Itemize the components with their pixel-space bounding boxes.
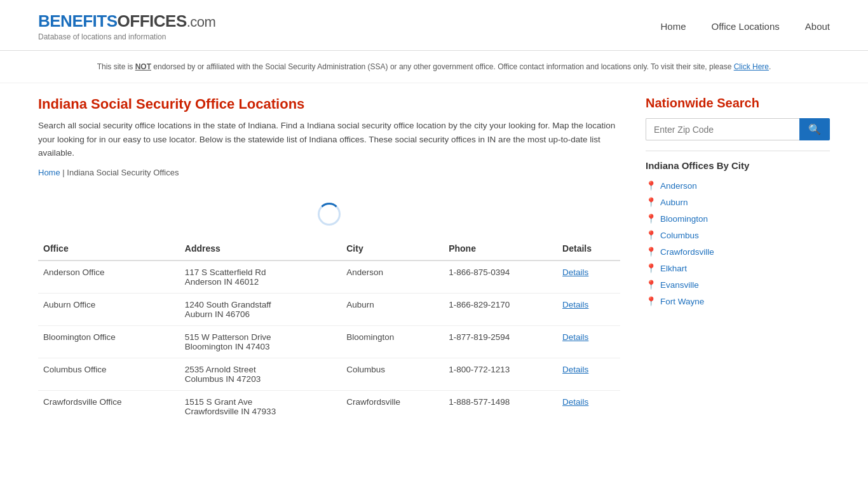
cell-office-0: Anderson Office	[38, 261, 180, 294]
disclaimer-not: NOT	[135, 62, 151, 71]
col-city: City	[341, 237, 444, 261]
nav-about[interactable]: About	[805, 21, 830, 32]
disclaimer-link[interactable]: Click Here	[734, 62, 769, 71]
cell-city-0: Anderson	[341, 261, 444, 294]
page-description: Search all social security office locati…	[38, 119, 620, 160]
table-row: Columbus Office 2535 Arnold StreetColumb…	[38, 358, 620, 390]
cell-address-1: 1240 South GrandstaffAuburn IN 46706	[180, 293, 341, 325]
cell-address-2: 515 W Patterson DriveBloomington IN 4740…	[180, 325, 341, 358]
cell-address-4: 1515 S Grant AveCrawfordsville IN 47933	[180, 390, 341, 423]
table-row: Crawfordsville Office 1515 S Grant AveCr…	[38, 390, 620, 423]
cell-phone-0: 1-866-875-0394	[444, 261, 557, 294]
pin-icon: 📍	[646, 180, 656, 191]
table-row: Auburn Office 1240 South GrandstaffAubur…	[38, 293, 620, 325]
city-list-item: 📍 Auburn	[646, 194, 830, 210]
pin-icon: 📍	[646, 197, 656, 207]
cell-phone-4: 1-888-577-1498	[444, 390, 557, 423]
sidebar-divider	[646, 151, 830, 151]
cell-city-2: Bloomington	[341, 325, 444, 358]
cell-address-3: 2535 Arnold StreetColumbus IN 47203	[180, 358, 341, 390]
pin-icon: 📍	[646, 230, 656, 240]
city-link-6[interactable]: Evansville	[660, 280, 699, 290]
nav-office-locations[interactable]: Office Locations	[712, 21, 780, 32]
cell-phone-1: 1-866-829-2170	[444, 293, 557, 325]
table-row: Bloomington Office 515 W Patterson Drive…	[38, 325, 620, 358]
pin-icon: 📍	[646, 263, 656, 273]
city-link-7[interactable]: Fort Wayne	[660, 297, 704, 306]
main-container: Indiana Social Security Office Locations…	[0, 83, 868, 435]
table-header: Office Address City Phone Details	[38, 237, 620, 261]
cell-details-4: Details	[557, 390, 620, 423]
zip-search-input[interactable]	[646, 118, 799, 140]
table-body: Anderson Office 117 S Scatterfield RdAnd…	[38, 261, 620, 423]
col-office: Office	[38, 237, 180, 261]
main-nav: Home Office Locations About	[660, 21, 830, 32]
zip-search-container: 🔍	[646, 118, 830, 140]
cell-office-2: Bloomington Office	[38, 325, 180, 358]
nav-home[interactable]: Home	[660, 21, 686, 32]
city-list-item: 📍 Bloomington	[646, 210, 830, 227]
cell-address-0: 117 S Scatterfield RdAnderson IN 46012	[180, 261, 341, 294]
disclaimer-text: This site is NOT endorsed by or affiliat…	[97, 62, 771, 71]
cell-office-4: Crawfordsville Office	[38, 390, 180, 423]
pin-icon: 📍	[646, 296, 656, 306]
col-details: Details	[557, 237, 620, 261]
cell-office-1: Auburn Office	[38, 293, 180, 325]
logo-domain: .com	[187, 14, 216, 30]
col-phone: Phone	[444, 237, 557, 261]
cell-city-4: Crawfordsville	[341, 390, 444, 423]
logo-text: BENEFITSOFFICES.com	[38, 11, 215, 31]
site-header: BENEFITSOFFICES.com Database of location…	[0, 0, 868, 51]
search-icon: 🔍	[808, 124, 821, 135]
city-link-0[interactable]: Anderson	[660, 181, 697, 191]
city-link-5[interactable]: Elkhart	[660, 264, 687, 273]
logo-benefits: BENEFITS	[38, 11, 118, 30]
city-link-4[interactable]: Crawfordsville	[660, 247, 714, 257]
cell-details-3: Details	[557, 358, 620, 390]
city-list-item: 📍 Fort Wayne	[646, 293, 830, 309]
cell-details-2: Details	[557, 325, 620, 358]
loading-spinner	[318, 203, 341, 226]
city-section-title: Indiana Offices By City	[646, 160, 830, 171]
city-list-item: 📍 Columbus	[646, 227, 830, 243]
page-title: Indiana Social Security Office Locations	[38, 96, 620, 112]
pin-icon: 📍	[646, 280, 656, 290]
details-link-3[interactable]: Details	[562, 365, 588, 374]
disclaimer-bar: This site is NOT endorsed by or affiliat…	[0, 51, 868, 83]
col-address: Address	[180, 237, 341, 261]
city-list-item: 📍 Evansville	[646, 276, 830, 293]
cell-phone-3: 1-800-772-1213	[444, 358, 557, 390]
breadcrumb: Home | Indiana Social Security Offices	[38, 168, 620, 177]
table-header-row: Office Address City Phone Details	[38, 237, 620, 261]
breadcrumb-current: Indiana Social Security Offices	[67, 168, 179, 177]
city-list-item: 📍 Anderson	[646, 177, 830, 194]
details-link-2[interactable]: Details	[562, 332, 588, 342]
table-row: Anderson Office 117 S Scatterfield RdAnd…	[38, 261, 620, 294]
city-list-item: 📍 Elkhart	[646, 260, 830, 276]
cell-details-1: Details	[557, 293, 620, 325]
city-link-3[interactable]: Columbus	[660, 231, 699, 240]
cell-phone-2: 1-877-819-2594	[444, 325, 557, 358]
logo: BENEFITSOFFICES.com Database of location…	[38, 11, 215, 41]
zip-search-button[interactable]: 🔍	[799, 118, 830, 140]
details-link-0[interactable]: Details	[562, 268, 588, 277]
breadcrumb-home[interactable]: Home	[38, 168, 60, 177]
cell-details-0: Details	[557, 261, 620, 294]
cell-city-1: Auburn	[341, 293, 444, 325]
content-area: Indiana Social Security Office Locations…	[38, 96, 620, 423]
sidebar: Nationwide Search 🔍 Indiana Offices By C…	[646, 96, 830, 423]
logo-offices: OFFICES	[118, 11, 187, 30]
nationwide-search-title: Nationwide Search	[646, 96, 830, 111]
city-link-1[interactable]: Auburn	[660, 198, 688, 207]
cell-office-3: Columbus Office	[38, 358, 180, 390]
logo-tagline: Database of locations and information	[38, 32, 215, 41]
cell-city-3: Columbus	[341, 358, 444, 390]
office-table: Office Address City Phone Details Anders…	[38, 237, 620, 423]
loading-spinner-container	[38, 190, 620, 232]
details-link-1[interactable]: Details	[562, 300, 588, 309]
city-link-2[interactable]: Bloomington	[660, 214, 708, 224]
pin-icon: 📍	[646, 214, 656, 224]
city-list: 📍 Anderson 📍 Auburn 📍 Bloomington 📍 Colu…	[646, 177, 830, 309]
city-list-item: 📍 Crawfordsville	[646, 243, 830, 260]
details-link-4[interactable]: Details	[562, 397, 588, 407]
